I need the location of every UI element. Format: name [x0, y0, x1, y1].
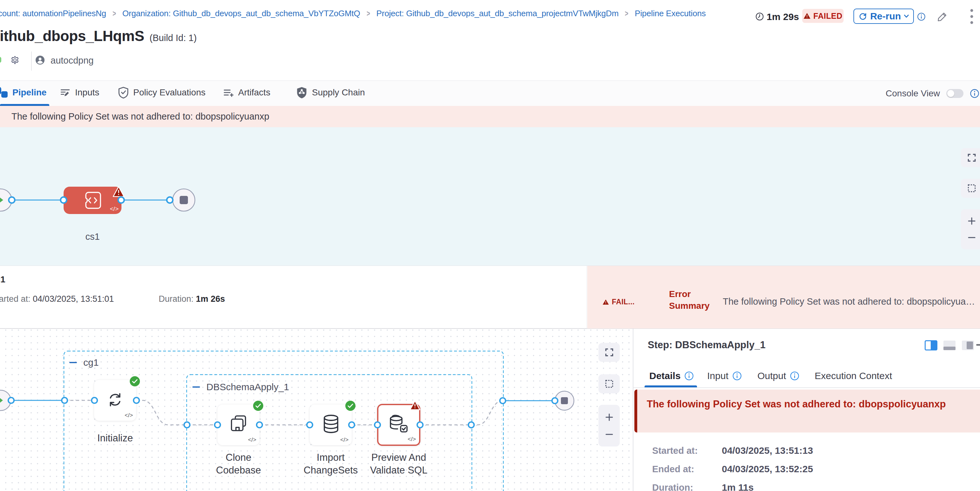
kebab-menu-icon[interactable]	[969, 8, 974, 26]
execution-graph-canvas[interactable]: cg1 DBSchemaApply_1 </> Initialize	[0, 329, 633, 491]
step-error-box: The following Policy Set was not adhered…	[634, 389, 980, 432]
step-node-import-changesets[interactable]: </>	[310, 405, 352, 445]
canvas-select-button[interactable]	[598, 374, 620, 393]
canvas-zoom-group[interactable]	[598, 405, 620, 447]
collapse-icon[interactable]	[192, 386, 200, 388]
tab-pipeline[interactable]: Pipeline	[0, 81, 46, 104]
breadcrumb-pipeline-executions-link[interactable]: Pipeline Executions	[635, 9, 706, 18]
tab-inputs[interactable]: Inputs	[59, 81, 99, 104]
chevron-down-icon	[904, 14, 909, 18]
step-success-badge	[345, 401, 355, 411]
code-template-mark: </>	[110, 205, 119, 213]
breadcrumb-project-link[interactable]: Project: Github_db_devops_aut_db_schema_…	[377, 9, 619, 18]
end-stop-icon	[180, 196, 188, 204]
tab-details[interactable]: Details	[649, 364, 694, 387]
info-icon[interactable]	[790, 371, 799, 381]
pipeline-stage-canvas[interactable]: </> cs1	[0, 127, 980, 265]
step-node-initialize[interactable]: </>	[94, 380, 136, 421]
page-title: Github_dbops_LHqmS	[0, 27, 144, 44]
tab-input[interactable]: Input	[707, 364, 742, 387]
summary-fail-badge: FAIL...	[603, 298, 635, 306]
collapse-icon[interactable]	[69, 362, 77, 363]
fullscreen-icon	[967, 153, 977, 163]
vertical-divider	[31, 51, 32, 71]
artifacts-icon	[223, 87, 234, 98]
summary-error-panel: FAIL... Error Summary The following Poli…	[587, 266, 980, 329]
breadcrumb-separator: >	[113, 9, 116, 18]
step-error-message: The following Policy Set was not adhered…	[647, 399, 946, 410]
title-row: Github_dbops_LHqmS (Build Id: 1)	[0, 27, 197, 44]
tab-supply-chain-label: Supply Chain	[312, 87, 365, 98]
layout-right-view-icon[interactable]	[962, 340, 974, 350]
code-template-mark: </>	[248, 437, 256, 443]
group-cg1-label: cg1	[83, 357, 99, 368]
step-label-preview-validate-sql: Preview And Validate SQL	[365, 451, 432, 477]
zoom-in-icon[interactable]	[967, 216, 977, 226]
zoom-out-icon[interactable]	[967, 233, 977, 242]
execution-detail-split: cg1 DBSchemaApply_1 </> Initialize	[0, 329, 980, 491]
selection-icon	[967, 183, 977, 193]
layout-split-view-icon[interactable]	[925, 340, 937, 350]
zoom-in-icon[interactable]	[605, 412, 614, 422]
detail-value-started: 04/03/2025, 13:51:13	[722, 445, 813, 456]
step-details-tabs: Details Input Output Execution Context	[633, 364, 980, 388]
code-template-mark: </>	[340, 437, 348, 443]
canvas-fullscreen-button[interactable]	[961, 148, 980, 167]
tab-artifacts[interactable]: Artifacts	[223, 81, 270, 104]
preview-validate-sql-icon	[388, 414, 408, 434]
status-strip	[0, 57, 1, 63]
summary-duration: Duration: 1m 26s	[159, 294, 225, 304]
info-icon[interactable]	[917, 13, 926, 21]
stage-node-cs1[interactable]: </>	[64, 187, 121, 214]
breadcrumb-account-link[interactable]: Account: automationPipelinesNg	[0, 9, 106, 18]
summary-divider	[587, 266, 587, 329]
step-node-clone-codebase[interactable]: </>	[218, 405, 259, 445]
detail-value-duration: 1m 11s	[722, 482, 754, 491]
step-details-title: Step: DBSchemaApply_1	[648, 339, 765, 351]
tab-policy-evaluations[interactable]: Policy Evaluations	[118, 81, 205, 104]
breadcrumb-organization-link[interactable]: Organization: Github_db_devops_aut_db_sc…	[123, 9, 360, 18]
info-icon[interactable]	[732, 371, 742, 381]
refresh-icon	[859, 12, 867, 21]
canvas-fullscreen-button[interactable]	[598, 343, 620, 362]
canvas-zoom-group[interactable]	[961, 209, 980, 249]
edit-pencil-icon[interactable]	[936, 10, 949, 23]
tab-supply-chain[interactable]: Supply Chain	[296, 81, 365, 104]
summary-stage-name: cs1	[0, 275, 5, 284]
initialize-sync-icon	[107, 391, 124, 408]
canvas-select-button[interactable]	[961, 179, 980, 198]
tab-execution-context[interactable]: Execution Context	[815, 364, 892, 387]
group-frame-cg1	[64, 351, 503, 491]
group-header-dbschemaapply[interactable]: DBSchemaApply_1	[192, 381, 289, 392]
summary-error-message: The following Policy Set was not adhered…	[723, 296, 977, 307]
step-label-initialize: Initialize	[88, 432, 142, 445]
tab-output[interactable]: Output	[757, 364, 799, 387]
stage-summary-row: cs1 Started at: 04/03/2025, 13:51:01 Dur…	[0, 265, 980, 329]
detail-label-duration: Duration:	[652, 482, 693, 491]
status-badge-text: FAILED	[813, 11, 842, 21]
step-success-badge	[130, 376, 140, 386]
warning-triangle-icon	[603, 299, 609, 305]
page-header: Account: automationPipelinesNg > Organiz…	[0, 0, 980, 81]
error-summary-label: Error Summary	[669, 288, 710, 311]
zoom-out-icon[interactable]	[605, 430, 614, 439]
import-changesets-icon	[323, 414, 340, 434]
code-template-mark: </>	[125, 412, 133, 419]
layout-bottom-view-icon[interactable]	[943, 340, 956, 350]
policy-violation-banner-text: The following Policy Set was not adhered…	[11, 111, 269, 122]
group-header-cg1[interactable]: cg1	[69, 357, 99, 368]
stage-error-badge	[112, 186, 125, 198]
console-info-icon[interactable]	[970, 89, 979, 98]
policy-violation-banner: The following Policy Set was not adhered…	[0, 106, 980, 127]
detail-value-ended: 04/03/2025, 13:52:25	[722, 464, 813, 475]
gear-icon[interactable]	[10, 55, 20, 65]
step-node-preview-validate-sql[interactable]: </>	[377, 404, 420, 446]
stage-node-label[interactable]: cs1	[64, 232, 121, 242]
username-label: autocdpng	[51, 55, 94, 65]
rerun-button[interactable]: Re-run	[853, 9, 914, 24]
pipeline-icon	[0, 86, 8, 99]
console-view-toggle[interactable]	[946, 89, 964, 98]
clone-codebase-icon	[229, 414, 248, 434]
info-icon[interactable]	[684, 371, 694, 381]
panel-minimize-icon[interactable]	[976, 344, 980, 346]
